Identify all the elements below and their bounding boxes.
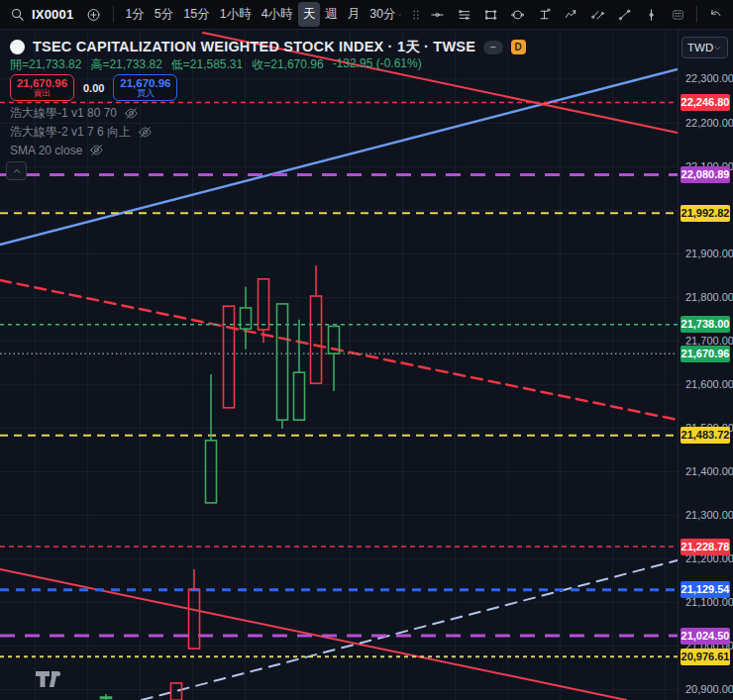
price-tick: 21,300.00 [685,509,733,521]
indicator-name: 浩大線學-2 v1 7 6 向上 [10,124,131,141]
price-badge: 21,670.96 [681,346,730,362]
ellipse-tool[interactable] [504,2,531,28]
market-status-pill[interactable]: – [483,41,503,54]
vertical-line-tool[interactable] [638,2,665,28]
currency-selector[interactable]: TWD [681,37,728,58]
symbol-legend-row[interactable]: TSEC CAPITALIZATION WEIGHTED STOCK INDEX… [10,38,526,56]
symbol-name: IX0001 [32,7,73,22]
grip-dots-icon [409,7,423,23]
eye-off-icon [138,125,153,140]
indicator-row-2[interactable]: 浩大線學-2 v1 7 6 向上 [10,124,153,141]
price-axis[interactable]: TWD 22,300.0022,200.0022,100.0021,900.00… [678,30,733,700]
price-tick: 21,900.00 [685,248,733,259]
price-tick: 20,900.00 [685,683,733,695]
ellipse-tool [510,6,525,24]
price-badge: 21,228.78 [681,539,730,555]
change-value: -132.95 (-0.61%) [333,56,422,73]
pattern-tool [564,6,578,24]
price-tick: 21,600.00 [685,378,733,390]
indicator-visibility-toggle[interactable] [138,125,153,140]
open-value: 21,733.82 [29,57,81,71]
price-badge: 20,976.61 [681,649,730,665]
rectangle-tool[interactable] [477,2,504,28]
trade-buttons-row: 21,670.96 賣出 0.00 21,670.96 買入 [10,74,177,101]
sell-label: 賣出 [34,89,52,98]
parallel-lines-tool[interactable] [451,2,477,28]
interval-月[interactable]: 月 [343,2,366,27]
price-tick: 22,200.00 [685,117,733,129]
parallel-channel-tool [590,6,605,24]
trend-line-tool[interactable] [611,2,638,28]
indicator-visibility-toggle[interactable] [124,106,139,121]
toolbar-right [408,2,729,28]
projection-tool[interactable] [531,2,558,28]
undo-arrow-icon [708,6,723,24]
interval-15分[interactable]: 15分 [178,2,214,27]
interval-5分[interactable]: 5分 [150,2,178,27]
interval-天[interactable]: 天 [298,2,321,27]
panel-grid-icon[interactable] [665,2,691,28]
symbol-search-button[interactable]: IX0001 [4,5,79,25]
legend-collapse-button[interactable] [6,161,27,180]
toolbar-left: IX0001 1分5分15分1小時4小時天週月30分 [4,2,408,28]
price-tick: 21,100.00 [685,596,733,608]
price-badge: 21,738.00 [681,316,730,333]
tradingview-logo[interactable] [36,671,69,692]
indicator-row-3[interactable]: SMA 20 close [10,143,104,157]
projection-tool [537,6,552,24]
delayed-data-badge[interactable]: D [511,40,526,54]
interval-4小時[interactable]: 4小時 [257,2,298,27]
chart-stage: TSEC CAPITALIZATION WEIGHTED STOCK INDEX… [0,30,733,700]
parallel-lines-tool [457,6,471,24]
price-badge: 21,129.54 [681,581,730,598]
pattern-tool[interactable] [558,2,584,28]
eye-off-icon [124,106,139,121]
price-tick: 22,300.00 [685,72,733,84]
interval-1分[interactable]: 1分 [120,2,149,27]
indicator-row-1[interactable]: 浩大線學-1 v1 80 70 [10,105,139,122]
price-badge: 22,246.80 [681,94,730,111]
vertical-line-tool [644,6,659,24]
interval-1小時[interactable]: 1小時 [215,2,257,27]
symbol-logo-icon [10,40,25,54]
price-badge: 21,992.82 [681,205,730,222]
low-kv: 低=21,585.31 [171,56,243,73]
drawing-tool-group [424,2,691,28]
indicator-name: SMA 20 close [10,144,82,157]
ohlc-row: 開=21,733.82 高=21,733.82 低=21,585.31 收=21… [10,56,422,73]
trend-line-tool [617,6,632,24]
price-tick: 21,800.00 [685,291,733,303]
low-value: 21,585.31 [190,57,243,71]
cross-line-tool[interactable] [424,2,451,28]
buy-button[interactable]: 21,670.96 買入 [113,74,177,101]
chevron-down-icon [397,9,402,21]
chevron-down-icon [713,44,722,52]
sell-button[interactable]: 21,670.96 賣出 [10,74,74,101]
parallel-channel-tool[interactable] [584,2,611,28]
compare-add-button[interactable] [80,2,107,28]
chart-plot[interactable]: TSEC CAPITALIZATION WEIGHTED STOCK INDEX… [0,30,678,700]
price-tick: 21,400.00 [685,465,733,477]
price-badge: 22,080.89 [681,166,730,183]
panel-grid-icon [671,6,685,24]
tradingview-logo-icon [36,671,69,688]
open-kv: 開=21,733.82 [10,56,81,73]
high-value: 21,733.82 [109,57,161,71]
close-value: 21,670.96 [270,57,323,71]
toolbar-divider [113,6,114,23]
drawing-tools-grip[interactable] [408,2,424,28]
interval-週[interactable]: 週 [320,2,343,27]
search-icon [10,7,26,23]
price-badge: 21,024.50 [681,628,730,645]
high-kv: 高=21,733.82 [90,56,161,73]
price-badge: 21,483.72 [681,427,730,444]
undo-button[interactable] [702,2,729,28]
top-toolbar: IX0001 1分5分15分1小時4小時天週月30分 [0,0,733,30]
chevron-up-icon [11,165,23,177]
interval-dropdown-button[interactable] [391,2,408,28]
indicator-name: 浩大線學-1 v1 80 70 [10,105,117,122]
indicator-visibility-toggle[interactable] [89,143,104,157]
sell-price: 21,670.96 [17,77,67,89]
plus-circle-icon [86,6,101,24]
buy-label: 買入 [137,89,155,98]
